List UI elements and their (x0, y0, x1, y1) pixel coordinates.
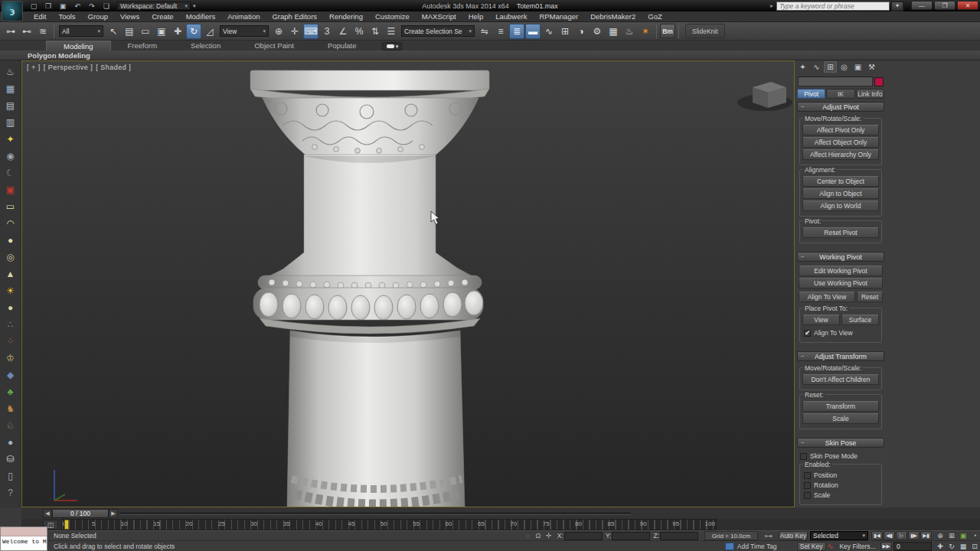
rock-icon[interactable]: ◆ (2, 367, 20, 383)
menu-item[interactable]: Views (114, 11, 145, 22)
layer-manager-icon[interactable]: ≣ (509, 24, 524, 39)
bind-to-space-warp-icon[interactable]: ≋ (35, 24, 51, 39)
use-pivot-point-center-icon[interactable]: ⊕ (271, 24, 286, 39)
spheres-icon[interactable]: ⁘ (2, 333, 20, 349)
align-to-view-button[interactable]: Align To View (799, 292, 855, 302)
transform-type-in-icon[interactable]: ✛ (544, 532, 554, 540)
z-coordinate-field[interactable] (660, 532, 698, 540)
align-to-view-checkbox[interactable] (804, 330, 811, 337)
zoom-region-icon[interactable]: ⊡ (969, 542, 980, 551)
mirror-icon[interactable]: ⇋ (477, 24, 492, 39)
menu-item[interactable]: Group (82, 11, 114, 22)
adjust-pivot-button[interactable]: Affect Pivot Only (802, 125, 879, 135)
track-bar-ruler[interactable] (61, 519, 717, 530)
material-editor-icon[interactable]: ◑ (573, 24, 589, 39)
column-model[interactable] (250, 70, 489, 507)
working-pivot-button[interactable]: Use Working Pivot (799, 278, 883, 289)
zoom-icon[interactable]: ⊕ (935, 531, 946, 540)
search-input[interactable] (776, 2, 890, 11)
menu-item[interactable]: MAXScript (416, 11, 462, 22)
named-selection-sets-icon[interactable]: ☰ (384, 24, 399, 39)
communication-center-icon[interactable]: ✦ (891, 2, 903, 11)
welcome-window[interactable]: Welcome to M (0, 527, 47, 551)
working-pivot-button[interactable]: Edit Working Pivot (799, 266, 883, 276)
current-frame-marker[interactable] (64, 520, 69, 530)
select-and-link-icon[interactable]: ⊶ (3, 24, 18, 39)
select-and-manipulate-icon[interactable]: ✛ (287, 24, 302, 39)
rollout-header[interactable]: Working Pivot (797, 252, 884, 262)
menu-item[interactable]: Create (145, 11, 180, 22)
zoom-all-icon[interactable]: ⊞ (946, 531, 957, 540)
slideknit-button[interactable]: SlideKnit (685, 24, 725, 38)
ribbon-tab[interactable]: Modeling (46, 41, 111, 51)
tiger-icon[interactable]: ♞ (2, 400, 20, 416)
utilities-tab[interactable]: ⚒ (865, 61, 878, 73)
modify-tab[interactable]: ∿ (810, 61, 823, 73)
cone-primitive-icon[interactable]: ▲ (2, 266, 20, 282)
select-object-icon[interactable]: ↖ (106, 24, 121, 39)
selection-set-key-dropdown[interactable]: Selected (810, 531, 868, 540)
hierarchy-tab[interactable]: ⊞ (824, 61, 837, 73)
spreadsheet-icon[interactable]: ▤ (2, 97, 20, 113)
scatter-icon[interactable]: ∴ (2, 316, 20, 332)
workspace-extra-dropdown-icon[interactable]: ▾ (193, 3, 196, 9)
window-crossing-icon[interactable]: ▣ (154, 24, 169, 39)
lightbulb-icon[interactable]: ✦ (2, 131, 20, 147)
place-pivot-button[interactable]: Surface (841, 315, 879, 325)
image-icon[interactable]: ▦ (2, 80, 20, 96)
skin-pose-enable-checkbox[interactable] (804, 482, 811, 489)
key-filters-button[interactable]: Key Filters... (835, 542, 880, 551)
rendered-frame-window-icon[interactable]: ▦ (606, 24, 621, 39)
go-to-start-button[interactable]: ▮◀ (871, 531, 883, 540)
rollout-header[interactable]: Skin Pose (797, 438, 884, 448)
menu-item[interactable]: Graph Editors (266, 11, 323, 22)
select-by-name-icon[interactable]: ▤ (122, 24, 137, 39)
hierarchy-mode-button[interactable]: IK (826, 89, 854, 99)
previous-frame-button[interactable]: ◀▮ (884, 531, 895, 540)
viewport-pov-menu[interactable]: [ Perspective ] (44, 64, 93, 71)
menu-item[interactable]: Modifiers (180, 11, 222, 22)
app-logo[interactable]: ϶ (2, 1, 23, 21)
workspace-dropdown[interactable]: Workspace: Default (117, 2, 191, 10)
ribbon-panel-strip[interactable]: Polygon Modeling (0, 51, 980, 60)
menu-item[interactable]: RPManager (533, 11, 584, 22)
orbit-icon[interactable]: ↻ (946, 542, 957, 551)
menu-item[interactable]: Rendering (323, 11, 369, 22)
place-pivot-button[interactable]: View (802, 315, 840, 325)
infocenter-collapse-icon[interactable]: ▸ (770, 2, 773, 9)
open-file-icon[interactable]: ❐ (42, 2, 54, 11)
play-button[interactable]: ▷ (896, 531, 907, 540)
foliage-icon[interactable]: ♣ (2, 383, 20, 399)
perspective-viewport[interactable]: [ + ] [ Perspective ] [ Shaded ] (21, 60, 795, 507)
clipboard-icon[interactable]: ▯ (2, 468, 20, 484)
alignment-button[interactable]: Align to World (802, 201, 879, 211)
ribbon-toggle-icon[interactable]: ▬ (525, 24, 541, 39)
select-and-rotate-icon[interactable]: ↻ (186, 24, 201, 39)
isolate-selection-icon[interactable]: ◌ (522, 532, 533, 540)
previous-frame-arrow[interactable]: ◀ (43, 509, 52, 518)
skin-pose-enable-checkbox[interactable] (804, 492, 811, 499)
hierarchy-mode-button[interactable]: Pivot (797, 89, 825, 99)
camera-icon[interactable]: ◉ (2, 148, 20, 164)
stone-icon[interactable]: ● (2, 434, 20, 450)
next-frame-arrow[interactable]: ▶ (109, 509, 118, 518)
minimize-button[interactable]: — (911, 1, 933, 10)
display-tab[interactable]: ▣ (851, 61, 864, 73)
motion-tab[interactable]: ◎ (838, 61, 851, 73)
adjust-pivot-button[interactable]: Affect Hierarchy Only (802, 149, 879, 160)
rollout-header[interactable]: Adjust Transform (797, 351, 884, 361)
track-bar[interactable]: ◫ 05101520253035404550556065707580859095… (21, 519, 980, 530)
selection-filter-dropdown[interactable]: All (59, 25, 103, 37)
maximize-viewport-icon[interactable]: ▦ (958, 542, 969, 551)
close-button[interactable]: ✕ (957, 1, 978, 10)
render-setup-icon[interactable]: ⚙ (590, 24, 605, 39)
skin-pose-mode-checkbox[interactable] (800, 453, 807, 460)
time-slider-track[interactable] (119, 512, 631, 515)
set-key-button[interactable]: Set Key (797, 542, 826, 551)
undo-icon[interactable]: ↶ (71, 2, 83, 11)
zoom-extents-icon[interactable]: ▣ (958, 531, 969, 540)
torus-primitive-icon[interactable]: ◎ (2, 249, 20, 265)
animal-icon[interactable]: ♘ (2, 417, 20, 433)
menu-item[interactable]: Customize (369, 11, 416, 22)
auto-key-button[interactable]: Auto Key (779, 531, 808, 540)
